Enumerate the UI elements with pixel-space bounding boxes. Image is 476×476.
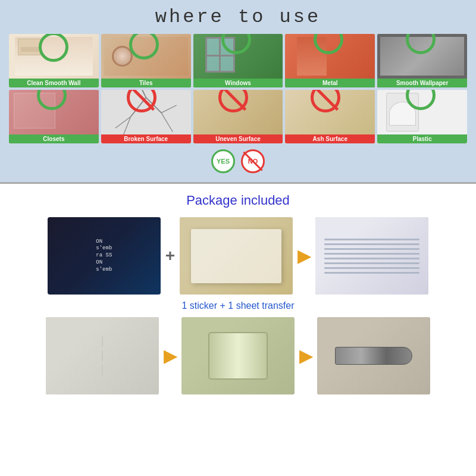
sticker-description: 1 sticker + 1 sheet transfer [12, 300, 464, 311]
arrow-icon-3: ▶ [299, 346, 312, 366]
roll-inner [181, 317, 295, 394]
package-row-1: ONs'embra SSONs'emb + ▶ [12, 217, 464, 295]
plastic-label: Plastic [377, 134, 467, 143]
yes-badge: YES [211, 149, 235, 173]
transfer-image [180, 217, 293, 295]
no-badge: NO [241, 149, 265, 173]
string-3 [324, 248, 419, 250]
svg-line-5 [161, 105, 177, 113]
broken-label: Broken Surface [101, 134, 191, 143]
uneven-label: Uneven Surface [193, 134, 283, 143]
pen-image [317, 317, 430, 394]
package-title: Package included [12, 193, 464, 208]
tiles-label: Tiles [101, 79, 191, 87]
windows-label: Windows [193, 79, 283, 87]
plus-icon: + [165, 246, 175, 265]
svg-line-4 [161, 113, 173, 132]
where-to-use-section: where to use Clean Smooth Wall Tiles [0, 0, 476, 182]
result-image [315, 217, 428, 295]
grid-item-closets: Closets [9, 90, 99, 143]
package-section: Package included ONs'embra SSONs'emb + ▶ [0, 184, 476, 409]
page-title: where to use [9, 6, 467, 28]
wallpaper-label: Smooth Wallpaper [377, 79, 467, 87]
ash-label: Ash Surface [285, 134, 375, 143]
tubes-inner [46, 317, 159, 394]
string-6 [324, 262, 419, 264]
pen-visual [335, 347, 412, 365]
tubes-visual [93, 327, 112, 384]
tube-3 [102, 365, 103, 375]
package-row-2: ▶ ▶ [12, 317, 464, 394]
yes-no-legend: YES NO [9, 149, 467, 173]
pen-inner [317, 317, 430, 394]
grid-item-plastic: Plastic [377, 90, 467, 143]
grid-item-metal: Metal [285, 34, 375, 87]
arrow-icon-2: ▶ [164, 346, 177, 366]
string-4 [324, 253, 419, 255]
grid-item-ash: Ash Surface [285, 90, 375, 143]
grid-item-windows: Windows [193, 34, 283, 87]
string-1 [324, 239, 419, 240]
arrow-icon-1: ▶ [298, 246, 311, 266]
string-7 [324, 267, 419, 269]
tubes-image [46, 317, 159, 394]
string-5 [324, 258, 419, 259]
result-inner [315, 217, 428, 295]
metal-label: Metal [285, 79, 375, 87]
grid-item-tiles: Tiles [101, 34, 191, 87]
grid-item-broken: Broken Surface [101, 90, 191, 143]
closets-label: Closets [9, 134, 99, 143]
transfer-sheet-visual [191, 229, 281, 283]
grid-item-wallpaper: Smooth Wallpaper [377, 34, 467, 87]
sticker-text: ONs'embra SSONs'emb [93, 236, 115, 276]
roll-visual [208, 332, 268, 380]
string-2 [324, 243, 419, 245]
sticker-image: ONs'embra SSONs'emb [48, 217, 161, 295]
string-8 [324, 272, 419, 274]
transfer-inner [180, 217, 293, 295]
grid-item-uneven: Uneven Surface [193, 90, 283, 143]
usage-grid: Clean Smooth Wall Tiles Windows [9, 34, 467, 143]
strings-visual [315, 232, 428, 280]
grid-item-wall: Clean Smooth Wall [9, 34, 99, 87]
sticker-inner: ONs'embra SSONs'emb [48, 217, 161, 295]
tube-1 [102, 336, 103, 347]
wall-label: Clean Smooth Wall [9, 79, 99, 87]
tube-2 [102, 350, 103, 361]
roll-image [181, 317, 295, 394]
